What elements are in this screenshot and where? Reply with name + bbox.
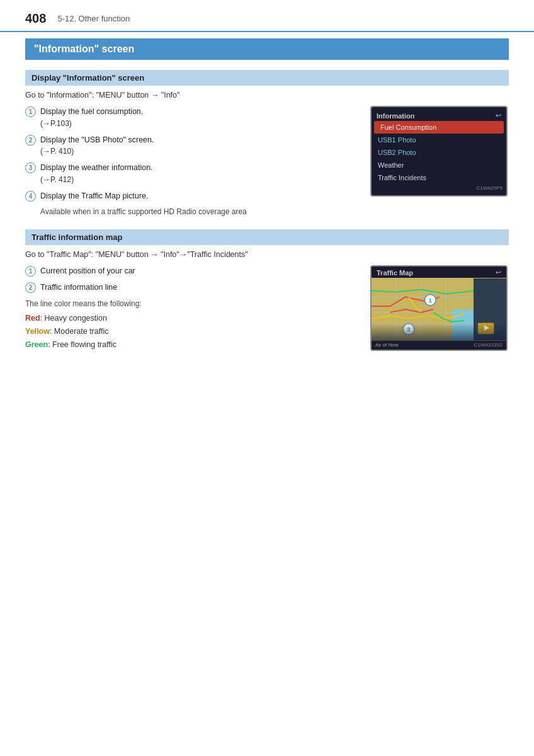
- num-circle-4: 4: [25, 191, 36, 202]
- traffic-map-mock: Traffic Map ↩: [372, 266, 506, 350]
- traffic-screen-code: C1WA22Z02: [474, 342, 503, 348]
- display-item-3-text: Display the weather information. (→P. 41…: [40, 162, 364, 186]
- display-item-4-note: Available when in a traffic supported HD…: [40, 206, 364, 217]
- page-number: 408: [25, 11, 46, 26]
- svg-text:1: 1: [429, 297, 433, 304]
- traffic-map-title: Traffic Map: [377, 269, 413, 277]
- info-screen-code: C1WA25P5: [372, 184, 506, 193]
- traffic-item-1-text: Current position of your car: [40, 265, 364, 277]
- info-menu-weather[interactable]: Weather: [372, 159, 506, 171]
- traffic-map-image: 1 2 ➤: [372, 278, 506, 341]
- traffic-item-2-text: Traffic information line: [40, 282, 364, 294]
- info-menu-fuel[interactable]: Fuel Consumption: [374, 121, 504, 134]
- traffic-map-back-icon: ↩: [496, 268, 501, 277]
- traffic-section-content: 1 Current position of your car 2 Traffic…: [25, 265, 509, 353]
- info-screenshot: Information ↩ Fuel Consumption USB1 Phot…: [370, 106, 508, 197]
- display-item-1: 1 Display the fuel consumption. (→P.103): [25, 106, 364, 130]
- traffic-items-list: 1 Current position of your car 2 Traffic…: [25, 265, 364, 353]
- page: 408 5-12. Other function "Information" s…: [0, 0, 534, 756]
- traffic-circle-1: 1: [25, 266, 36, 277]
- traffic-nav-instruction: Go to "Traffic Map": "MENU" button → "In…: [25, 250, 509, 259]
- legend-intro: The line color means the following:: [25, 298, 364, 309]
- info-screenshot-container: Information ↩ Fuel Consumption USB1 Phot…: [370, 106, 509, 197]
- display-item-4-text: Display the Traffic Map picture.: [40, 190, 364, 202]
- traffic-map-header: Traffic Map ↩: [372, 266, 506, 278]
- traffic-section-title: Traffic information map: [25, 229, 509, 245]
- traffic-circle-2: 2: [25, 282, 36, 293]
- display-item-3: 3 Display the weather information. (→P. …: [25, 162, 364, 186]
- map-overlay: [372, 323, 506, 341]
- info-screen-title: Information: [377, 112, 415, 120]
- traffic-item-1: 1 Current position of your car: [25, 265, 364, 277]
- traffic-screenshot: Traffic Map ↩: [370, 265, 508, 351]
- main-content: "Information" screen Display "Informatio…: [0, 38, 534, 379]
- legend-red: Red: Heavy congestion: [25, 312, 364, 325]
- info-menu-usb2[interactable]: USB2 Photo: [372, 146, 506, 159]
- display-items-list: 1 Display the fuel consumption. (→P.103)…: [25, 106, 364, 219]
- traffic-footer: As of Now C1WA22Z02: [372, 341, 506, 350]
- display-nav-instruction: Go to "Information": "MENU" button → "In…: [25, 91, 509, 100]
- info-screen-back-icon: ↩: [496, 112, 501, 120]
- info-menu-traffic[interactable]: Traffic Incidents: [372, 171, 506, 184]
- legend-yellow: Yellow: Moderate traffic: [25, 325, 364, 338]
- info-screen-header: Information ↩: [372, 110, 506, 121]
- display-item-4: 4 Display the Traffic Map picture.: [25, 190, 364, 202]
- traffic-screenshot-container: Traffic Map ↩: [370, 265, 509, 351]
- display-item-2: 2 Display the "USB Photo" screen. (→P. 4…: [25, 134, 364, 158]
- display-section-content: 1 Display the fuel consumption. (→P.103)…: [25, 106, 509, 219]
- num-circle-1: 1: [25, 106, 36, 117]
- num-circle-3: 3: [25, 163, 36, 173]
- num-circle-2: 2: [25, 135, 36, 146]
- traffic-footer-timestamp: As of Now: [372, 342, 398, 348]
- display-section-title: Display "Information" screen: [25, 70, 509, 86]
- page-header: 408 5-12. Other function: [0, 0, 534, 32]
- info-screen-mock: Information ↩ Fuel Consumption USB1 Phot…: [372, 107, 506, 195]
- legend-green: Green: Free flowing traffic: [25, 338, 364, 352]
- display-item-1-text: Display the fuel consumption. (→P.103): [40, 106, 364, 130]
- display-item-2-text: Display the "USB Photo" screen. (→P. 410…: [40, 134, 364, 158]
- main-section-title: "Information" screen: [25, 38, 509, 60]
- page-chapter: 5-12. Other function: [57, 14, 130, 23]
- info-menu-usb1[interactable]: USB1 Photo: [372, 134, 506, 146]
- traffic-item-2: 2 Traffic information line: [25, 282, 364, 294]
- color-legend: Red: Heavy congestion Yellow: Moderate t…: [25, 312, 364, 352]
